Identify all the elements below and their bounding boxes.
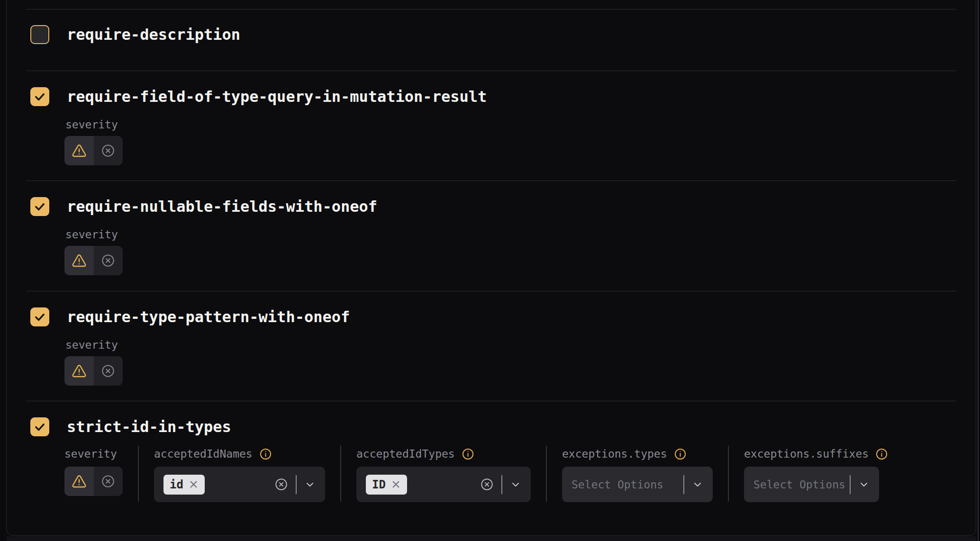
rule-checkbox-require-nullable-fields-with-oneof[interactable] bbox=[30, 197, 49, 216]
row-divider bbox=[27, 9, 956, 9]
rule-row-header: require-description bbox=[30, 25, 240, 44]
circle-x-icon bbox=[101, 253, 115, 268]
chevron-down-icon[interactable] bbox=[692, 479, 703, 490]
circle-x-icon bbox=[101, 364, 115, 378]
chevron-down-icon[interactable] bbox=[858, 479, 870, 490]
row-divider bbox=[27, 291, 956, 291]
select-separator bbox=[501, 475, 502, 494]
multiselect-exceptions-types[interactable]: Select Options bbox=[562, 467, 713, 502]
rule-checkbox-require-type-pattern-with-oneof[interactable] bbox=[30, 307, 49, 326]
rule-checkbox-require-field-of-type-query-in-mutation-result[interactable] bbox=[30, 87, 49, 106]
select-separator bbox=[296, 475, 297, 494]
column-divider bbox=[546, 446, 547, 502]
info-icon[interactable] bbox=[875, 448, 888, 460]
warning-icon bbox=[72, 363, 87, 379]
warning-icon bbox=[72, 474, 87, 489]
rule-checkbox-strict-id-in-types[interactable] bbox=[30, 417, 49, 436]
circle-x-icon bbox=[101, 474, 115, 488]
column-divider bbox=[340, 446, 341, 502]
check-icon bbox=[33, 420, 46, 433]
severity-warn-button[interactable] bbox=[64, 246, 94, 275]
lint-rules-panel: require-description require-field-of-typ… bbox=[6, 0, 976, 536]
severity-label: severity bbox=[64, 447, 123, 460]
rule-title: require-description bbox=[67, 25, 240, 44]
severity-warn-button[interactable] bbox=[64, 356, 94, 386]
check-icon bbox=[33, 310, 46, 324]
row-divider bbox=[27, 401, 956, 401]
rule-row-header: require-nullable-fields-with-oneof bbox=[30, 197, 377, 216]
select-controls bbox=[274, 475, 316, 494]
option-column-acceptedIdNames: acceptedIdNames id bbox=[154, 447, 325, 502]
option-label: exceptions.suffixes bbox=[744, 447, 888, 460]
severity-off-button[interactable] bbox=[94, 356, 123, 386]
row-divider bbox=[27, 71, 956, 71]
rule-title: require-nullable-fields-with-oneof bbox=[67, 197, 377, 216]
warning-icon bbox=[72, 143, 87, 158]
select-controls bbox=[683, 475, 703, 494]
panel-bottom-edge bbox=[7, 536, 976, 541]
rule-title: require-type-pattern-with-oneof bbox=[67, 307, 350, 326]
scrollbar-track[interactable] bbox=[978, 0, 979, 541]
column-divider bbox=[728, 446, 729, 502]
warning-icon bbox=[72, 253, 87, 268]
selected-tag: ID bbox=[366, 475, 407, 495]
chevron-down-icon[interactable] bbox=[304, 479, 316, 490]
option-column-exceptions-suffixes: exceptions.suffixes Select Options bbox=[744, 447, 888, 502]
option-column-exceptions-types: exceptions.types Select Options bbox=[562, 447, 713, 502]
severity-toggle-group bbox=[64, 136, 123, 165]
row-divider bbox=[27, 180, 956, 181]
severity-warn-button[interactable] bbox=[64, 467, 94, 496]
severity-off-button[interactable] bbox=[94, 136, 123, 165]
option-column-acceptedIdTypes: acceptedIdTypes ID bbox=[356, 447, 531, 502]
remove-tag-icon[interactable] bbox=[189, 479, 199, 489]
rule-checkbox-require-description[interactable] bbox=[30, 25, 49, 44]
rule-row-header: strict-id-in-types bbox=[30, 417, 231, 436]
multiselect-acceptedIdNames[interactable]: id bbox=[154, 467, 325, 502]
rule-row-header: require-type-pattern-with-oneof bbox=[30, 307, 350, 326]
option-label: exceptions.types bbox=[562, 447, 713, 460]
column-divider bbox=[138, 446, 139, 502]
select-controls bbox=[480, 475, 521, 494]
severity-toggle-group bbox=[64, 467, 123, 496]
select-separator bbox=[683, 475, 684, 494]
select-separator bbox=[850, 475, 851, 494]
severity-off-button[interactable] bbox=[94, 246, 123, 275]
rule-options-row: severity acceptedIdNames id bbox=[64, 447, 888, 502]
info-icon[interactable] bbox=[674, 448, 687, 460]
circle-x-icon bbox=[101, 144, 115, 158]
multiselect-acceptedIdTypes[interactable]: ID bbox=[356, 467, 531, 502]
option-column-severity: severity bbox=[64, 447, 123, 496]
info-icon[interactable] bbox=[462, 448, 474, 460]
rule-title: require-field-of-type-query-in-mutation-… bbox=[67, 87, 487, 106]
select-controls bbox=[850, 475, 870, 494]
multiselect-exceptions-suffixes[interactable]: Select Options bbox=[744, 467, 879, 502]
severity-toggle-group bbox=[64, 246, 123, 275]
check-icon bbox=[33, 90, 46, 103]
severity-label: severity bbox=[65, 338, 118, 352]
info-icon[interactable] bbox=[259, 448, 272, 460]
selected-tag: id bbox=[163, 475, 205, 495]
clear-icon[interactable] bbox=[480, 478, 494, 491]
rule-title: strict-id-in-types bbox=[67, 417, 231, 436]
severity-toggle-group bbox=[64, 356, 123, 386]
clear-icon[interactable] bbox=[274, 478, 288, 491]
severity-warn-button[interactable] bbox=[64, 136, 94, 165]
option-label: acceptedIdTypes bbox=[356, 447, 531, 460]
severity-off-button[interactable] bbox=[94, 467, 123, 496]
severity-label: severity bbox=[65, 118, 118, 131]
rule-row-header: require-field-of-type-query-in-mutation-… bbox=[30, 87, 487, 106]
check-icon bbox=[33, 200, 46, 213]
chevron-down-icon[interactable] bbox=[510, 479, 521, 490]
option-label: acceptedIdNames bbox=[154, 447, 325, 460]
severity-label: severity bbox=[65, 228, 118, 241]
remove-tag-icon[interactable] bbox=[391, 479, 401, 489]
